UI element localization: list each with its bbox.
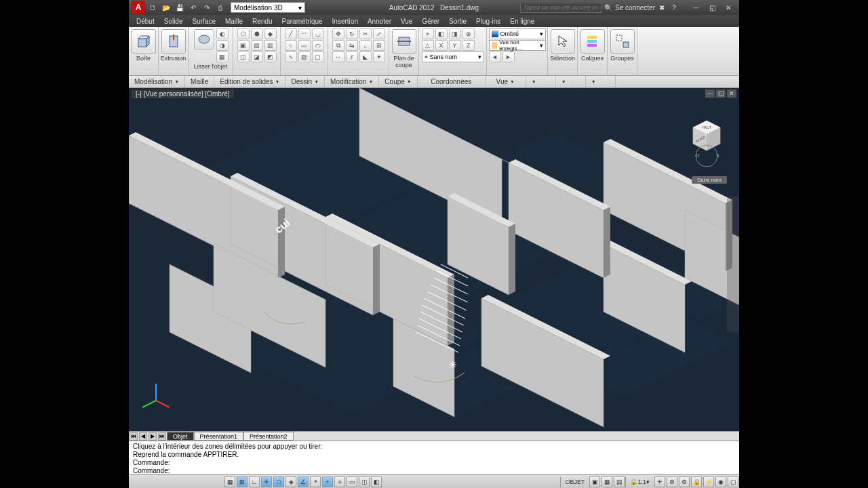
arc-icon[interactable]: ◡ xyxy=(312,28,324,39)
print-icon[interactable]: ⎙ xyxy=(216,3,225,12)
extrusion-button[interactable] xyxy=(161,29,186,54)
anno-vis-icon[interactable]: ✳ xyxy=(654,476,665,487)
spline-icon[interactable]: ∿ xyxy=(285,52,297,62)
3dosnap-toggle[interactable]: ◈ xyxy=(285,476,296,487)
face-extrude-icon[interactable]: ▣ xyxy=(237,40,250,51)
explode-icon[interactable]: ✦ xyxy=(373,52,385,62)
search-icon[interactable]: 🔍 xyxy=(603,3,614,12)
status-objet[interactable]: OBJET xyxy=(560,476,589,487)
hatch-icon[interactable]: ▨ xyxy=(298,52,311,62)
scene-3d[interactable] xyxy=(129,88,739,431)
rotate-icon[interactable]: ↻ xyxy=(346,28,358,39)
menu-sortie[interactable]: Sortie xyxy=(444,16,471,26)
osnap-toggle[interactable]: □ xyxy=(273,476,284,487)
ucs-3point-icon[interactable]: △ xyxy=(422,40,434,51)
ucs-named-combo[interactable]: ⌖Sans nom▾ xyxy=(422,52,484,62)
view-next-icon[interactable]: ► xyxy=(502,52,515,62)
menu-rendu[interactable]: Rendu xyxy=(248,16,277,26)
selection-button[interactable] xyxy=(551,29,575,54)
menu-vue[interactable]: Vue xyxy=(396,16,417,26)
move-icon[interactable]: ✥ xyxy=(332,28,344,39)
ucs-x-icon[interactable]: X xyxy=(435,40,448,51)
nav-bar[interactable] xyxy=(727,197,739,332)
isolate-icon[interactable]: ◉ xyxy=(715,476,726,487)
qview-icon[interactable]: ▦ xyxy=(601,476,612,487)
ucs-y-icon[interactable]: Y xyxy=(449,40,461,51)
tab-last-icon[interactable]: ⏭ xyxy=(158,432,166,441)
save-icon[interactable]: 💾 xyxy=(175,3,184,12)
snap-toggle[interactable]: ▦ xyxy=(224,476,235,487)
model-paper-icon[interactable]: ▣ xyxy=(589,476,600,487)
redo-icon[interactable]: ↷ xyxy=(202,3,212,12)
qview-layouts-icon[interactable]: ▤ xyxy=(614,476,625,487)
open-icon[interactable]: 📂 xyxy=(161,3,171,12)
fillet-icon[interactable]: ◟ xyxy=(359,40,372,51)
tab-prev-icon[interactable]: ◀ xyxy=(139,432,147,441)
ucs-z-icon[interactable]: Z xyxy=(462,40,475,51)
minimize-button[interactable]: ─ xyxy=(688,2,704,13)
sweep-icon[interactable]: ◑ xyxy=(216,40,229,51)
calques-button[interactable] xyxy=(580,29,605,54)
shell-icon[interactable]: ◫ xyxy=(237,52,250,62)
face-move-icon[interactable]: ▤ xyxy=(251,40,263,51)
lwt-toggle[interactable]: ≡ xyxy=(334,476,345,487)
tab-presentation1[interactable]: Présentation1 xyxy=(194,432,244,441)
tab-objet[interactable]: Objet xyxy=(167,432,194,441)
polyline-icon[interactable]: 〰 xyxy=(298,28,311,39)
viewcube[interactable]: HAUT AVANT O S xyxy=(686,115,727,169)
ptab-cal[interactable]: ▼ xyxy=(556,76,586,87)
signin-button[interactable]: Se connecter xyxy=(615,3,655,12)
ucs-view-icon[interactable]: ◨ xyxy=(449,28,461,39)
exchange-icon[interactable]: ✖ xyxy=(656,3,667,12)
search-input[interactable] xyxy=(520,3,601,13)
union-icon[interactable]: ⬡ xyxy=(237,28,250,39)
view-combo[interactable]: Vue non enregis...▾ xyxy=(489,40,546,51)
menu-gerer[interactable]: Gérer xyxy=(417,16,444,26)
undo-icon[interactable]: ↶ xyxy=(189,3,198,12)
offset-icon[interactable]: ⫽ xyxy=(346,52,358,62)
lisser-button[interactable] xyxy=(194,29,214,49)
command-window[interactable]: Cliquez à l'intérieur des zones délimité… xyxy=(129,441,739,474)
region-icon[interactable]: ▢ xyxy=(312,52,324,62)
chamfer-icon[interactable]: ◣ xyxy=(359,52,372,62)
tpy-toggle[interactable]: ▭ xyxy=(347,476,357,487)
view-prev-icon[interactable]: ◄ xyxy=(489,52,501,62)
ptab-maille[interactable]: Maille xyxy=(185,76,214,87)
ellipse-icon[interactable]: ⬭ xyxy=(312,40,324,51)
subtract-icon[interactable]: ⬢ xyxy=(251,28,263,39)
plan-coupe-button[interactable] xyxy=(392,29,416,54)
hardware-accel-icon[interactable]: ⚡ xyxy=(703,476,714,487)
app-logo[interactable]: A xyxy=(132,1,145,14)
tab-first-icon[interactable]: ⏮ xyxy=(130,432,138,441)
ws-switch-icon[interactable]: ⚙ xyxy=(679,476,690,487)
boite-button[interactable] xyxy=(132,29,156,54)
ptab-dessin[interactable]: Dessin▼ xyxy=(286,76,326,87)
menu-debut[interactable]: Début xyxy=(132,16,159,26)
menu-insertion[interactable]: Insertion xyxy=(328,16,363,26)
ucs-origin-icon[interactable]: ⊕ xyxy=(462,28,475,39)
anno-auto-icon[interactable]: ⚙ xyxy=(667,476,677,487)
scale-icon[interactable]: ⤢ xyxy=(373,28,385,39)
menu-solide[interactable]: Solide xyxy=(159,16,188,26)
workspace-selector[interactable]: Modélisation 3D▾ xyxy=(231,2,305,13)
ptab-coupe[interactable]: Coupe▼ xyxy=(379,76,417,87)
menu-enligne[interactable]: En ligne xyxy=(505,16,539,26)
viewcube-label[interactable]: Sans nom xyxy=(692,176,727,184)
sc-toggle[interactable]: ◧ xyxy=(371,476,382,487)
trim-icon[interactable]: ✂ xyxy=(359,28,372,39)
menu-surface[interactable]: Surface xyxy=(188,16,220,26)
groupes-button[interactable] xyxy=(610,29,635,54)
menu-annoter[interactable]: Annoter xyxy=(363,16,396,26)
presspull-icon[interactable]: ▦ xyxy=(216,52,229,62)
ptab-modification[interactable]: Modification▼ xyxy=(325,76,379,87)
line-icon[interactable]: ╱ xyxy=(285,28,297,39)
otrack-toggle[interactable]: ∠ xyxy=(298,476,309,487)
menu-plugins[interactable]: Plug-ins xyxy=(471,16,505,26)
intersect-icon[interactable]: ◆ xyxy=(264,28,277,39)
ptab-coordonnees[interactable]: Coordonnées xyxy=(418,76,486,87)
array-icon[interactable]: ⊞ xyxy=(373,40,385,51)
tab-next-icon[interactable]: ▶ xyxy=(149,432,157,441)
viewport[interactable]: [-] [Vue personnalisée] [Ombré] ─ ◱ ✕ xyxy=(129,88,739,431)
ucs-face-icon[interactable]: ◧ xyxy=(435,28,448,39)
ortho-toggle[interactable]: ∟ xyxy=(249,476,260,487)
